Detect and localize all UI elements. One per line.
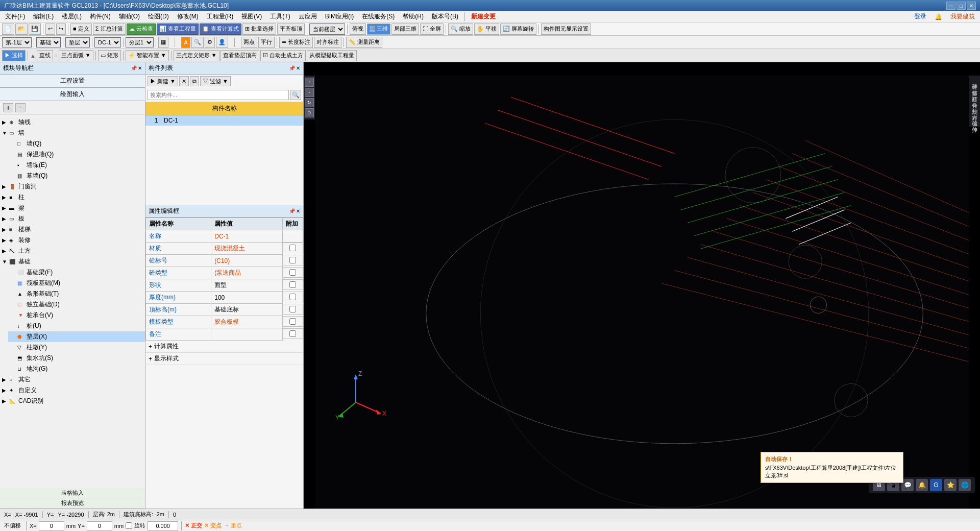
view-local3d-button[interactable]: 局部三维 [391, 23, 419, 35]
menu-online[interactable]: 在线服务(S) [359, 11, 398, 22]
menu-bim[interactable]: BIM应用(I) [322, 11, 357, 22]
align-slab-button[interactable]: 平齐板顶 [277, 23, 305, 35]
line-tool-btn[interactable]: 直线 [37, 50, 53, 61]
settings-tb-btn[interactable]: ⚙ [205, 37, 215, 48]
filter-comp-btn[interactable]: ▽ 过滤 ▼ [200, 76, 231, 86]
comp-list-pin[interactable]: 📌 [289, 65, 295, 71]
report-preview-link[interactable]: 报表预览 [0, 498, 145, 509]
menu-help[interactable]: 帮助(H) [400, 11, 427, 22]
menu-edit[interactable]: 编辑(E) [30, 11, 57, 22]
break-label[interactable]: 打断 [970, 90, 979, 94]
merge-label[interactable]: 合并 [970, 96, 979, 100]
menu-view[interactable]: 视图(V) [238, 11, 265, 22]
smart-layout-btn[interactable]: ⚡ 智能布置 ▼ [126, 50, 169, 61]
menu-quantity[interactable]: 工程量(R) [204, 11, 237, 22]
zoom-button[interactable]: 🔍 缩放 [448, 23, 473, 35]
menu-component[interactable]: 构件(N) [87, 11, 114, 22]
shape-checkbox[interactable] [289, 281, 296, 288]
align-vp-label[interactable]: 对齐 [970, 108, 979, 112]
menu-notify[interactable]: 🔔 [932, 12, 945, 21]
display-style-expand[interactable]: + 显示样式 [145, 353, 303, 365]
save-button[interactable]: 💾 [29, 23, 41, 35]
note-checkbox[interactable] [289, 330, 296, 337]
menu-modify[interactable]: 修改(M) [174, 11, 202, 22]
search-tb-btn[interactable]: 🔍 [191, 37, 204, 48]
define-button[interactable]: ■ 定义 [70, 23, 92, 35]
split-label[interactable]: 分割 [970, 102, 979, 106]
menu-assist[interactable]: 辅助(O) [116, 11, 143, 22]
x-input[interactable] [39, 521, 64, 530]
formwork-checkbox[interactable] [289, 318, 296, 325]
subcategory-select[interactable]: 垫层 [65, 37, 90, 47]
tray-icon-5[interactable]: ⭐ [944, 479, 957, 491]
tree-item-wall[interactable]: ▼ ▭ 墙 [0, 128, 145, 138]
view-cushion-btn[interactable]: 查看垫层顶高 [220, 50, 259, 61]
align-label-btn[interactable]: 对齐标注 [314, 37, 341, 48]
topelev-checkbox[interactable] [289, 306, 296, 312]
a-btn[interactable]: A [181, 37, 190, 48]
search-input[interactable] [148, 90, 289, 100]
rotate-checkbox[interactable] [126, 522, 132, 529]
close-button[interactable]: ✕ [967, 2, 976, 10]
delete-comp-btn[interactable]: ✕ [179, 76, 189, 86]
layer-icon-button[interactable]: ▦ [158, 37, 168, 48]
new-button[interactable]: 📄 [2, 23, 14, 35]
tree-item-found-slab[interactable]: ▦ 筏板基础(M) [8, 278, 145, 288]
tree-item-found-trench[interactable]: ⊔ 地沟(G) [8, 364, 145, 374]
rotate-button[interactable]: 🔄 屏幕旋转 [500, 23, 536, 35]
tray-icon-gcl[interactable]: G [930, 479, 942, 491]
view-quantity-button[interactable]: 📊 查看工程量 [157, 23, 199, 35]
conctype-checkbox[interactable] [289, 269, 296, 276]
redo-button[interactable]: ↪ [56, 23, 66, 35]
tray-icon-6[interactable]: 🌐 [959, 479, 971, 491]
tree-item-found-cushion[interactable]: ⬟ 垫层(X) [8, 331, 145, 342]
tree-item-beam[interactable]: ▶ ▬ 梁 [0, 203, 145, 213]
table-input-link[interactable]: 表格输入 [0, 488, 145, 498]
menu-file[interactable]: 文件(F) [2, 11, 28, 22]
not-moved-btn[interactable]: 不偏移 [2, 522, 23, 529]
menu-version[interactable]: 版本号(B) [429, 11, 461, 22]
tree-item-found-column[interactable]: ▽ 柱墩(Y) [8, 342, 145, 353]
select-tool-btn[interactable]: ▶ 选择 [2, 50, 26, 61]
vp-reset-btn[interactable]: ⊙ [305, 108, 314, 117]
extend-label[interactable]: 延伸 [970, 78, 979, 82]
tree-item-custom[interactable]: ▶ ✦ 自定义 [0, 385, 145, 396]
stretch-label[interactable]: 拉伸 [970, 120, 979, 125]
minimize-button[interactable]: ─ [946, 2, 955, 10]
length-label-btn[interactable]: ⬌ 长度标注 [279, 37, 313, 48]
component-select[interactable]: DC-1 [94, 37, 121, 47]
tree-item-slab[interactable]: ▶ ▭ 板 [0, 213, 145, 224]
tree-item-wall-curtain[interactable]: ▥ 幕墙(Q) [8, 171, 145, 181]
tree-item-found-strip[interactable]: ▲ 条形基础(T) [8, 288, 145, 299]
menu-new-change[interactable]: 新建变更 [468, 11, 499, 22]
tree-item-other[interactable]: ▶ ○ 其它 [0, 374, 145, 385]
auto-earthwork-btn[interactable]: ☑ 自动生成土方 [260, 50, 306, 61]
batch-select-button[interactable]: ⊞ 批量选择 [242, 23, 276, 35]
tree-item-wall-decor[interactable]: ▪ 墙垛(E) [8, 160, 145, 171]
new-comp-btn[interactable]: ▶ 新建 ▼ [148, 76, 178, 86]
tree-item-found-pit[interactable]: ⬒ 集水坑(S) [8, 353, 145, 364]
from-model-btn[interactable]: 从模型提取工程量 [307, 50, 357, 61]
comp-row-dc1[interactable]: 1 DC-1 [145, 115, 303, 126]
tree-item-wall-ins[interactable]: ▤ 保温墙(Q) [8, 149, 145, 160]
maximize-button[interactable]: □ [957, 2, 966, 10]
menu-draw[interactable]: 绘图(D) [145, 11, 172, 22]
zoom-in-btn[interactable]: + [305, 78, 314, 87]
prop-close-btn[interactable]: ✕ [296, 208, 300, 214]
two-point-btn[interactable]: 两点 [241, 37, 257, 48]
thickness-checkbox[interactable] [289, 294, 296, 300]
calc-sum-button[interactable]: Σ 汇总计算 [93, 23, 126, 35]
view-top-button[interactable]: 俯视 [350, 23, 366, 35]
grade-checkbox[interactable] [289, 257, 296, 263]
tree-item-axis[interactable]: ▶ ⊕ 轴线 [0, 117, 145, 128]
tree-item-door-window[interactable]: ▶ 🚪 门窗洞 [0, 181, 145, 192]
parallel-btn[interactable]: 平行 [258, 37, 275, 48]
offset-label[interactable]: 偏移 [970, 114, 979, 118]
comp-list-close[interactable]: ✕ [296, 65, 300, 71]
layer-select[interactable]: 当前楼层 [309, 23, 345, 35]
tree-item-wall-q[interactable]: □ 墙(Q) [8, 138, 145, 149]
drawing-input-link[interactable]: 绘图输入 [0, 88, 145, 101]
category-select[interactable]: 基础 [36, 37, 61, 47]
tree-item-foundation[interactable]: ▼ ⬛ 基础 [0, 256, 145, 267]
tree-item-found-pile[interactable]: ↓ 桩(U) [8, 321, 145, 331]
